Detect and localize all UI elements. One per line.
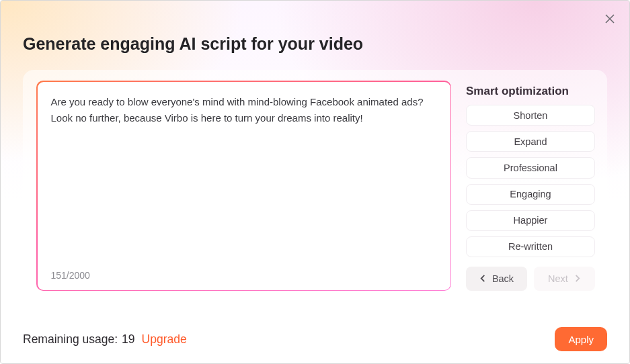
apply-button[interactable]: Apply [555, 327, 607, 351]
next-button-label: Next [548, 273, 568, 284]
optimization-nav: Back Next [466, 267, 595, 291]
rewritten-button[interactable]: Re-written [466, 236, 595, 257]
happier-button[interactable]: Happier [466, 210, 595, 231]
back-button-label: Back [492, 273, 514, 284]
next-button: Next [534, 267, 595, 291]
back-button[interactable]: Back [466, 267, 527, 291]
remaining-usage-label: Remaining usage: [23, 332, 118, 347]
remaining-usage-value: 19 [122, 332, 134, 347]
script-area: Are you ready to blow everyone's mind wi… [36, 81, 451, 291]
upgrade-link[interactable]: Upgrade [142, 332, 187, 347]
chevron-left-icon [479, 273, 487, 284]
engaging-button[interactable]: Engaging [466, 184, 595, 205]
chevron-right-icon [574, 273, 581, 284]
script-box-border: Are you ready to blow everyone's mind wi… [36, 81, 451, 291]
footer-bar: Remaining usage: 19 Upgrade Apply [23, 327, 607, 351]
smart-optimization-title: Smart optimization [466, 85, 595, 98]
character-count: 151/2000 [51, 266, 437, 281]
window-chrome-fragment [1, 0, 629, 5]
script-text[interactable]: Are you ready to blow everyone's mind wi… [51, 94, 437, 266]
content-panel: Are you ready to blow everyone's mind wi… [23, 70, 607, 302]
ai-script-modal: Generate engaging AI script for your vid… [0, 0, 630, 364]
smart-optimization-panel: Smart optimization Shorten Expand Profes… [466, 81, 595, 291]
close-button[interactable] [602, 13, 617, 28]
script-textarea[interactable]: Are you ready to blow everyone's mind wi… [38, 82, 450, 290]
remaining-usage: Remaining usage: 19 Upgrade [23, 332, 187, 347]
close-icon [604, 13, 615, 27]
shorten-button[interactable]: Shorten [466, 105, 595, 126]
expand-button[interactable]: Expand [466, 131, 595, 152]
professional-button[interactable]: Professional [466, 157, 595, 178]
page-title: Generate engaging AI script for your vid… [23, 34, 363, 54]
